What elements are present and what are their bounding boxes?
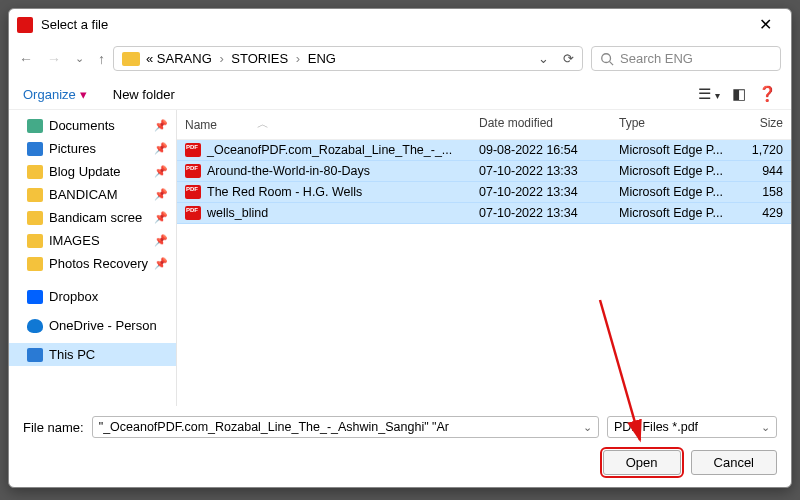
preview-pane-icon[interactable]: ◧ bbox=[732, 85, 746, 103]
column-headers[interactable]: Name︿ Date modified Type Size bbox=[177, 110, 791, 140]
help-icon[interactable]: ❓ bbox=[758, 85, 777, 103]
svg-point-0 bbox=[602, 53, 611, 62]
table-row[interactable]: Around-the-World-in-80-Days 07-10-2022 1… bbox=[177, 161, 791, 182]
cancel-button[interactable]: Cancel bbox=[691, 450, 777, 475]
sidebar-item[interactable]: Blog Update📌 bbox=[9, 160, 176, 183]
close-icon[interactable]: ✕ bbox=[747, 15, 783, 34]
sidebar-item[interactable]: IMAGES📌 bbox=[9, 229, 176, 252]
toolbar: Organize ▾ New folder ☰ ▾ ◧ ❓ bbox=[9, 79, 791, 110]
table-row[interactable]: wells_blind 07-10-2022 13:34Microsoft Ed… bbox=[177, 203, 791, 224]
sort-indicator-icon: ︿ bbox=[257, 116, 269, 133]
svg-line-1 bbox=[610, 61, 614, 65]
folder-icon bbox=[122, 52, 140, 66]
pdf-icon bbox=[185, 164, 201, 178]
dialog-footer: File name: "_OceanofPDF.com_Rozabal_Line… bbox=[9, 406, 791, 487]
breadcrumb-seg[interactable]: STORIES bbox=[231, 51, 288, 66]
window-title: Select a file bbox=[41, 17, 747, 32]
organize-button[interactable]: Organize ▾ bbox=[23, 87, 87, 102]
search-input[interactable]: Search ENG bbox=[591, 46, 781, 71]
breadcrumb[interactable]: « SARANG › STORIES › ENG ⌄ ⟳ bbox=[113, 46, 583, 71]
file-list: Name︿ Date modified Type Size _OceanofPD… bbox=[177, 110, 791, 406]
pin-icon: 📌 bbox=[154, 211, 168, 224]
forward-icon[interactable]: → bbox=[47, 51, 61, 67]
file-type-filter[interactable]: PDF Files *.pdf ⌄ bbox=[607, 416, 777, 438]
up-icon[interactable]: ↑ bbox=[98, 51, 105, 67]
pin-icon: 📌 bbox=[154, 234, 168, 247]
table-row[interactable]: The Red Room - H.G. Wells 07-10-2022 13:… bbox=[177, 182, 791, 203]
sidebar-item[interactable]: Bandicam scree📌 bbox=[9, 206, 176, 229]
search-placeholder: Search ENG bbox=[620, 51, 693, 66]
file-open-dialog: Select a file ✕ ← → ⌄ ↑ « SARANG › STORI… bbox=[8, 8, 792, 488]
pin-icon: 📌 bbox=[154, 188, 168, 201]
pdf-icon bbox=[185, 206, 201, 220]
view-list-icon[interactable]: ☰ ▾ bbox=[698, 85, 720, 103]
open-button[interactable]: Open bbox=[603, 450, 681, 475]
titlebar: Select a file ✕ bbox=[9, 9, 791, 40]
sidebar-item-dropbox[interactable]: Dropbox bbox=[9, 285, 176, 308]
chevron-right-icon: › bbox=[219, 51, 223, 66]
new-folder-button[interactable]: New folder bbox=[113, 87, 175, 102]
pin-icon: 📌 bbox=[154, 119, 168, 132]
back-icon[interactable]: ← bbox=[19, 51, 33, 67]
chevron-right-icon: › bbox=[296, 51, 300, 66]
search-icon bbox=[600, 52, 614, 66]
pin-icon: 📌 bbox=[154, 165, 168, 178]
breadcrumb-seg[interactable]: ENG bbox=[308, 51, 336, 66]
sidebar-item-thispc[interactable]: This PC bbox=[9, 343, 176, 366]
sidebar-item[interactable]: BANDICAM📌 bbox=[9, 183, 176, 206]
pin-icon: 📌 bbox=[154, 257, 168, 270]
filename-label: File name: bbox=[23, 420, 84, 435]
navigation-row: ← → ⌄ ↑ « SARANG › STORIES › ENG ⌄ ⟳ Sea… bbox=[9, 40, 791, 79]
sidebar-item[interactable]: Pictures📌 bbox=[9, 137, 176, 160]
chevron-down-icon[interactable]: ⌄ bbox=[583, 421, 592, 434]
sidebar-item[interactable]: Documents📌 bbox=[9, 114, 176, 137]
pin-icon: 📌 bbox=[154, 142, 168, 155]
chevron-down-icon[interactable]: ⌄ bbox=[538, 51, 549, 66]
app-icon bbox=[17, 17, 33, 33]
pdf-icon bbox=[185, 185, 201, 199]
sidebar: Documents📌 Pictures📌 Blog Update📌 BANDIC… bbox=[9, 110, 177, 406]
chevron-down-icon[interactable]: ⌄ bbox=[761, 421, 770, 434]
refresh-icon[interactable]: ⟳ bbox=[563, 51, 574, 66]
breadcrumb-seg[interactable]: SARANG bbox=[157, 51, 212, 66]
chevron-down-icon: ▾ bbox=[80, 87, 87, 102]
sidebar-item[interactable]: Photos Recovery📌 bbox=[9, 252, 176, 275]
filename-input[interactable]: "_OceanofPDF.com_Rozabal_Line_The_-_Ashw… bbox=[92, 416, 599, 438]
recent-locations-icon[interactable]: ⌄ bbox=[75, 52, 84, 65]
sidebar-item-onedrive[interactable]: OneDrive - Person bbox=[9, 314, 176, 337]
table-row[interactable]: _OceanofPDF.com_Rozabal_Line_The_-_... 0… bbox=[177, 140, 791, 161]
pdf-icon bbox=[185, 143, 201, 157]
breadcrumb-prefix: « bbox=[146, 51, 153, 66]
